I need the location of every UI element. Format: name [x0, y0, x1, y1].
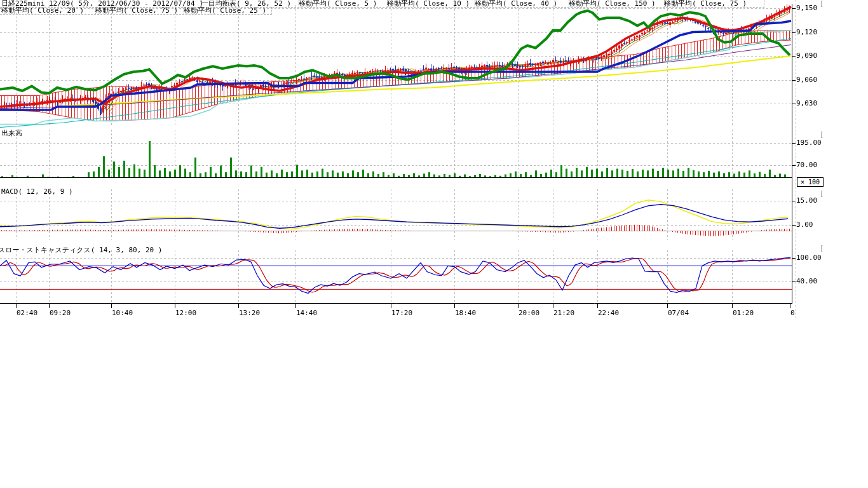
legend-cell: 移動平均( Close, 150 )	[567, 0, 665, 8]
y-axis-label: 9,060	[796, 76, 817, 84]
time-label: 18:40	[455, 309, 476, 317]
pane-handle-icon[interactable]: [	[820, 132, 824, 138]
y-axis-label: 100.00	[796, 254, 822, 262]
chart-window: 日経225mini 12/09( 5分, 2012/06/30 - 2012/0…	[0, 0, 868, 488]
y-axis-label: 195.00	[796, 139, 822, 147]
y-axis-label: 9,030	[796, 100, 817, 107]
macd-panel-title: MACD( 12, 26, 9 )	[1, 188, 73, 196]
time-label: 22:40	[598, 309, 619, 317]
stoch-panel-title: スロー・ストキャスティクス( 14, 3, 80, 20 )	[0, 247, 162, 254]
y-axis-label: 3.00	[796, 221, 813, 229]
time-label: 17:20	[391, 309, 412, 317]
time-label: 13:20	[239, 309, 260, 317]
time-label: 09:20	[50, 309, 71, 317]
legend-cell: 移動平均( Close, 20 )	[0, 7, 96, 15]
time-label: 02:40	[17, 309, 37, 317]
volume-panel-title: 出来高	[1, 130, 22, 137]
time-label: 12:00	[175, 309, 196, 317]
y-axis-label: 9,120	[796, 29, 817, 36]
y-axis-label: 9,150	[796, 4, 817, 12]
y-axis-label: 40.00	[796, 278, 817, 285]
legend-cell: 移動平均( Close, 10 )	[386, 0, 475, 8]
legend-cell: 移動平均( Close, 75 )	[94, 7, 184, 15]
time-label: 10:40	[112, 309, 133, 317]
chart-canvas	[0, 0, 868, 324]
time-label: 14:40	[296, 309, 317, 317]
time-label: 21:20	[553, 309, 574, 317]
legend-cell: 移動平均( Close, 25 )	[182, 7, 272, 15]
legend-cell: 移動平均( Close, 5 )	[297, 0, 388, 8]
time-label: 0	[790, 309, 795, 317]
time-label: 01:20	[733, 309, 754, 317]
pane-handle-icon[interactable]: [	[820, 191, 824, 197]
y-axis-label: 70.00	[796, 161, 817, 169]
pane-handle-icon[interactable]: [	[820, 245, 824, 252]
y-axis-label: 9,090	[796, 52, 817, 60]
time-label: 20:00	[519, 309, 539, 317]
time-label: 07/04	[668, 309, 689, 317]
legend-cell: 移動平均( Close, 40 )	[473, 0, 569, 8]
y-axis-label: 15.00	[796, 197, 817, 205]
legend-cell: 移動平均( Close, 75 )	[663, 0, 764, 8]
volume-scale-box: × 100	[797, 177, 824, 187]
pane-handle-icon[interactable]: [	[820, 1, 824, 7]
